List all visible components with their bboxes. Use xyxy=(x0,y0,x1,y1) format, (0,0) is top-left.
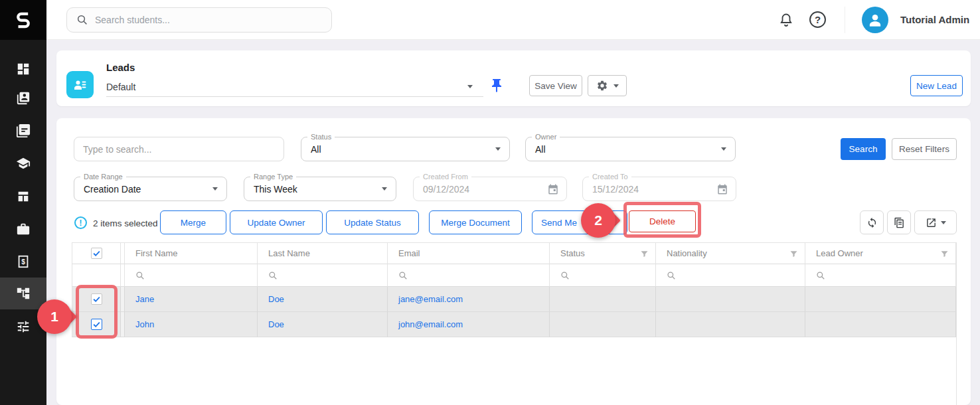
avatar[interactable] xyxy=(862,7,888,33)
layout-icon xyxy=(16,189,31,204)
check-icon xyxy=(92,320,101,329)
annotation-step-1: 1 xyxy=(37,299,90,334)
cell-first-name[interactable]: John xyxy=(125,312,258,337)
new-lead-button[interactable]: New Lead xyxy=(910,75,963,96)
cell-nationality xyxy=(656,312,805,337)
annotation-step-number: 2 xyxy=(581,203,615,238)
range-type-value: This Week xyxy=(254,184,297,195)
sidebar-item-dashboard[interactable] xyxy=(0,54,46,84)
view-settings-button[interactable] xyxy=(588,75,627,96)
cell-email[interactable]: john@email.com xyxy=(388,312,550,337)
calendar-icon[interactable] xyxy=(716,183,728,195)
table-search-input[interactable] xyxy=(83,144,264,155)
annotation-step-2: 2 xyxy=(581,203,634,238)
page-title: Leads xyxy=(106,62,135,73)
copy-view-button[interactable] xyxy=(887,210,911,234)
select-all-checkbox[interactable] xyxy=(91,248,102,259)
pin-view-button[interactable] xyxy=(489,78,505,95)
view-selector[interactable]: Default xyxy=(106,77,483,97)
cell-email[interactable]: jane@email.com xyxy=(388,287,550,312)
filter-funnel-icon[interactable] xyxy=(789,249,799,259)
column-header-label: Nationality xyxy=(667,248,707,258)
created-to-label: Created To xyxy=(589,172,631,181)
column-header-last-name[interactable]: Last Name xyxy=(258,242,388,264)
column-header-nationality[interactable]: Nationality xyxy=(656,242,805,264)
cell-first-name[interactable]: Jane xyxy=(125,287,258,312)
range-type-select[interactable]: Range Type This Week xyxy=(244,177,396,201)
created-from-label: Created From xyxy=(420,172,471,181)
cell-last-name[interactable]: Doe xyxy=(258,312,388,337)
help-button[interactable]: ? xyxy=(809,11,826,28)
update-owner-button[interactable]: Update Owner xyxy=(230,210,323,234)
column-header-label: Status xyxy=(560,248,585,258)
created-from-value: 09/12/2024 xyxy=(423,184,469,195)
created-to-value: 15/12/2024 xyxy=(592,184,639,195)
date-range-select[interactable]: Date Range Creation Date xyxy=(74,177,227,201)
cell-last-name[interactable]: Doe xyxy=(258,287,388,312)
gear-icon xyxy=(596,80,608,92)
notifications-button[interactable] xyxy=(778,12,794,28)
copy-icon xyxy=(894,217,905,228)
chevron-down-icon xyxy=(382,187,387,191)
search-button[interactable]: Search xyxy=(841,138,886,160)
column-header-status[interactable]: Status xyxy=(550,242,656,264)
question-mark-icon: ? xyxy=(815,14,821,25)
global-search-input[interactable] xyxy=(95,15,314,25)
app-logo xyxy=(0,0,46,40)
range-type-label: Range Type xyxy=(250,172,296,181)
merge-button[interactable]: Merge xyxy=(160,210,226,234)
column-filter-status[interactable] xyxy=(550,264,656,287)
created-from-field[interactable]: Created From 09/12/2024 xyxy=(413,177,567,201)
column-filter-lead-owner[interactable] xyxy=(805,264,956,287)
column-filter-nationality[interactable] xyxy=(656,264,805,287)
table-search-field[interactable] xyxy=(74,137,284,161)
refresh-button[interactable] xyxy=(860,210,884,234)
sidebar-item-pages[interactable] xyxy=(0,116,46,145)
export-button[interactable] xyxy=(914,210,957,234)
owner-filter-label: Owner xyxy=(532,132,560,141)
app-screen: $ ? Tutorial Admin Leads Default Save Vi… xyxy=(0,0,980,405)
person-icon xyxy=(866,11,884,29)
table-row[interactable]: John Doe john@email.com xyxy=(72,312,956,337)
column-header-email[interactable]: Email xyxy=(388,242,550,264)
save-view-button[interactable]: Save View xyxy=(529,75,582,96)
export-icon xyxy=(926,217,937,228)
date-range-value: Creation Date xyxy=(84,184,141,195)
annotation-step-number: 1 xyxy=(37,299,72,334)
created-to-field[interactable]: Created To 15/12/2024 xyxy=(582,177,736,201)
merge-document-button[interactable]: Merge Document xyxy=(429,210,522,234)
column-filter-email[interactable] xyxy=(388,264,550,287)
owner-filter-select[interactable]: Owner All xyxy=(525,137,736,161)
cell-status xyxy=(550,312,656,337)
table-row[interactable]: Jane Doe jane@email.com xyxy=(72,287,956,312)
filter-funnel-icon[interactable] xyxy=(639,249,649,259)
column-filter-first-name[interactable] xyxy=(125,264,258,287)
reset-filters-button[interactable]: Reset Filters xyxy=(892,138,957,160)
column-filter-last-name[interactable] xyxy=(258,264,388,287)
search-icon xyxy=(398,271,408,280)
sidebar-item-layout[interactable] xyxy=(0,182,46,211)
filter-funnel-icon[interactable] xyxy=(939,249,949,259)
contacts-icon xyxy=(16,91,31,106)
row-checkbox[interactable] xyxy=(91,293,102,305)
column-header-lead-owner[interactable]: Lead Owner xyxy=(805,242,956,264)
sidebar-item-contacts[interactable] xyxy=(0,84,46,113)
topbar: ? Tutorial Admin xyxy=(46,0,980,40)
cell-status xyxy=(550,287,656,312)
table-filter-row xyxy=(72,264,956,287)
row-checkbox[interactable] xyxy=(91,319,102,330)
graduation-cap-icon xyxy=(16,156,31,171)
column-header-first-name[interactable]: First Name xyxy=(125,242,258,264)
update-status-button[interactable]: Update Status xyxy=(326,210,419,234)
sidebar-item-jobs[interactable] xyxy=(0,214,46,244)
selection-count-text: 2 items selected xyxy=(93,218,158,228)
sidebar-item-academics[interactable] xyxy=(0,149,46,178)
global-search[interactable] xyxy=(66,7,332,33)
delete-button[interactable]: Delete xyxy=(629,210,696,232)
check-icon xyxy=(92,295,101,303)
sidebar-item-billing[interactable]: $ xyxy=(0,247,46,276)
logo-icon xyxy=(13,9,34,31)
calendar-icon[interactable] xyxy=(547,183,559,195)
status-filter-select[interactable]: Status All xyxy=(301,137,510,161)
contact-badge-icon xyxy=(72,77,88,93)
